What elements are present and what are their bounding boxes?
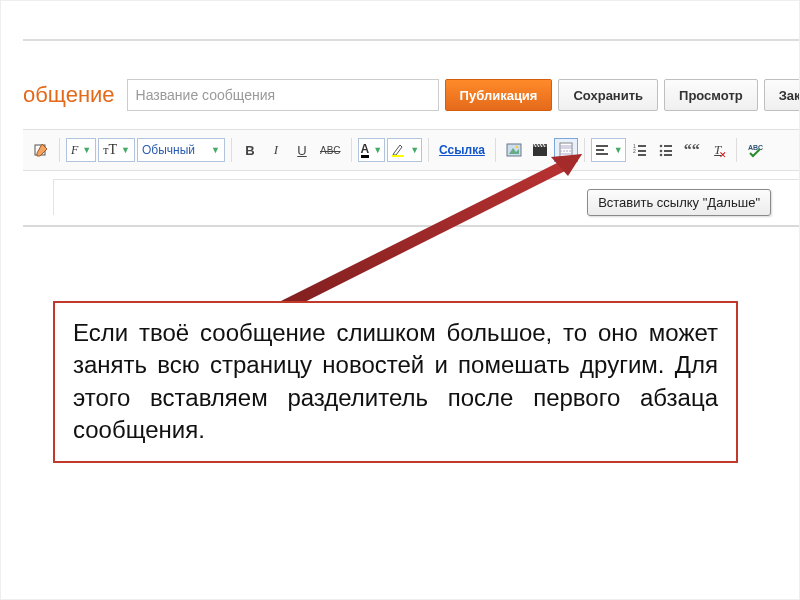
spellcheck-icon: ABC [747, 142, 763, 158]
readmore-tooltip: Вставить ссылку "Дальше" [587, 189, 771, 216]
insert-link-button[interactable]: Ссылка [435, 138, 489, 162]
highlight-color-dropdown[interactable]: ▼ [387, 138, 422, 162]
alignment-dropdown[interactable]: ▼ [591, 138, 626, 162]
publish-button[interactable]: Публикация [445, 79, 553, 111]
italic-button[interactable]: I [264, 138, 288, 162]
svg-point-4 [516, 146, 519, 149]
svg-point-20 [659, 145, 662, 148]
editor-toolbar: F ▼ тT ▼ Обычный ▼ B I U ABC A ▼ ▼ Ссылк… [23, 129, 799, 171]
font-size-dropdown[interactable]: тT ▼ [98, 138, 135, 162]
preview-button[interactable]: Просмотр [664, 79, 758, 111]
annotation-text: Если твоё сообщение слишком большое, то … [53, 301, 738, 463]
marker-icon [390, 142, 406, 158]
strikethrough-button[interactable]: ABC [316, 138, 345, 162]
page-break-icon [558, 142, 574, 158]
page-title: общение [23, 82, 115, 108]
ordered-list-icon: 12 [632, 142, 648, 158]
unordered-list-icon [658, 142, 674, 158]
remove-format-button[interactable]: T✕ [706, 138, 730, 162]
insert-video-button[interactable] [528, 138, 552, 162]
bullet-list-button[interactable] [654, 138, 678, 162]
svg-point-22 [659, 154, 662, 157]
svg-point-21 [659, 150, 662, 153]
underline-button[interactable]: U [290, 138, 314, 162]
post-title-input[interactable] [127, 79, 439, 111]
svg-rect-1 [392, 155, 404, 157]
save-button[interactable]: Сохранить [558, 79, 658, 111]
image-icon [506, 142, 522, 158]
svg-text:ABC: ABC [748, 144, 763, 151]
font-family-dropdown[interactable]: F ▼ [66, 138, 96, 162]
clapper-icon [532, 142, 548, 158]
insert-image-button[interactable] [502, 138, 526, 162]
spellcheck-button[interactable]: ABC [743, 138, 767, 162]
align-left-icon [594, 142, 610, 158]
compose-icon[interactable] [29, 138, 53, 162]
numbered-list-button[interactable]: 12 [628, 138, 652, 162]
svg-text:2: 2 [633, 148, 636, 154]
close-button[interactable]: Закр [764, 79, 800, 111]
svg-rect-5 [533, 147, 547, 156]
text-color-dropdown[interactable]: A ▼ [358, 138, 386, 162]
header-row: общение Публикация Сохранить Просмотр За… [23, 75, 799, 115]
blockquote-button[interactable]: ““ [680, 138, 704, 162]
paragraph-format-dropdown[interactable]: Обычный ▼ [137, 138, 225, 162]
svg-rect-7 [560, 143, 572, 157]
bold-button[interactable]: B [238, 138, 262, 162]
insert-readmore-button[interactable] [554, 138, 578, 162]
